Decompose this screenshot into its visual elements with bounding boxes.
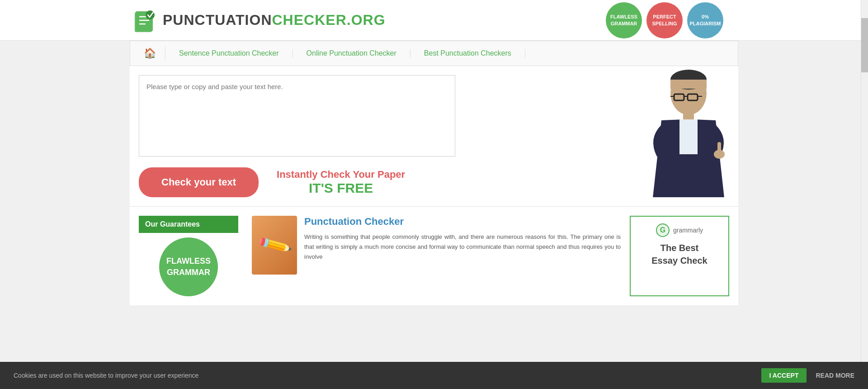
cookie-read-more-link[interactable]: READ MORE: [816, 372, 854, 379]
person-silhouette: [616, 66, 729, 197]
pencil-icon: ✏️: [256, 227, 293, 263]
guarantees-box: Our Guarantees FLAWLESS GRAMMAR: [139, 216, 238, 296]
scrollbar-thumb[interactable]: [861, 18, 868, 72]
logo-area: PUNCTUATIONCHECKER.ORG: [131, 7, 386, 34]
perfect-spelling-badge: PERFECT SPELLING: [646, 2, 683, 38]
its-free-text: IT'S FREE: [277, 180, 405, 196]
cookie-bar: Cookies are used on this website to impr…: [0, 362, 868, 389]
nav-sentence-punctuation[interactable]: Sentence Punctuation Checker: [165, 49, 293, 57]
text-area-section: [139, 75, 729, 158]
grammarly-logo-name: grammarly: [673, 227, 703, 234]
person-image: [616, 66, 729, 197]
flawless-grammar-badge: FLAWLESS GRAMMAR: [606, 2, 642, 38]
check-text-button[interactable]: Check your text: [139, 167, 259, 197]
header: PUNCTUATIONCHECKER.ORG FLAWLESS GRAMMAR …: [0, 0, 868, 41]
zero-plagiarism-badge: 0% PLAGIARISM: [687, 2, 723, 38]
grammarly-logo-row: G grammarly: [656, 223, 703, 237]
punctuation-description: Writing is something that people commonl…: [304, 232, 621, 262]
grammarly-logo-icon: G: [656, 223, 670, 237]
logo-text: PUNCTUATIONCHECKER.ORG: [163, 12, 386, 28]
main-content: Check your text Instantly Check Your Pap…: [130, 66, 738, 206]
svg-rect-18: [717, 142, 721, 156]
instantly-text: Instantly Check Your Paper: [277, 169, 405, 180]
flawless-circle: FLAWLESS GRAMMAR: [159, 237, 218, 296]
punctuation-checker-title: Punctuation Checker: [304, 216, 621, 228]
svg-rect-16: [679, 119, 698, 156]
grammarly-box: G grammarly The Best Essay Check: [630, 216, 729, 296]
nav-bar: 🏠 Sentence Punctuation Checker Online Pu…: [130, 41, 738, 66]
text-input-wrapper: [139, 75, 455, 158]
punctuation-content: ✏️ Punctuation Checker Writing is someth…: [247, 216, 621, 296]
bottom-section: Our Guarantees FLAWLESS GRAMMAR ✏️ Punct…: [130, 206, 738, 305]
svg-rect-8: [670, 80, 707, 89]
svg-rect-19: [670, 154, 707, 197]
free-text-block: Instantly Check Your Paper IT'S FREE: [277, 169, 405, 196]
svg-rect-14: [683, 111, 694, 120]
text-input[interactable]: [139, 75, 455, 157]
header-badges: FLAWLESS GRAMMAR PERFECT SPELLING 0% PLA…: [606, 2, 723, 38]
guarantees-header: Our Guarantees: [139, 216, 238, 233]
cookie-accept-button[interactable]: I ACCEPT: [761, 368, 807, 383]
nav-online-punctuation[interactable]: Online Punctuation Checker: [293, 49, 410, 57]
nav-best-punctuation[interactable]: Best Punctuation Checkers: [410, 49, 525, 57]
logo-icon: [131, 7, 158, 34]
scrollbar[interactable]: [861, 0, 868, 389]
grammarly-headline: The Best Essay Check: [651, 242, 707, 267]
cookie-message: Cookies are used on this website to impr…: [14, 372, 752, 379]
home-icon[interactable]: 🏠: [135, 47, 165, 59]
punctuation-text-block: Punctuation Checker Writing is something…: [304, 216, 621, 296]
pencil-box: ✏️: [252, 216, 297, 275]
